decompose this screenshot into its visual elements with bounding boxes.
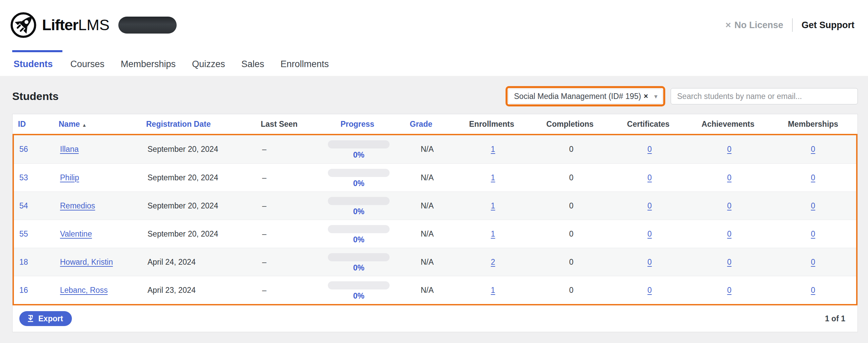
certificates-link[interactable]: 0 [648,258,652,266]
memberships-link[interactable]: 0 [811,286,815,295]
certificates-link[interactable]: 0 [648,145,652,154]
cell-id: 18 [14,258,55,267]
certificates-link[interactable]: 0 [648,286,652,295]
memberships-link[interactable]: 0 [811,201,815,210]
cell-completions: 0 [532,229,611,239]
enrollments-link[interactable]: 1 [491,145,495,154]
progress-percent: 0% [353,150,364,160]
column-header-progress[interactable]: Progress [320,120,395,129]
memberships-link[interactable]: 0 [811,229,815,238]
enrollments-link[interactable]: 1 [491,201,495,210]
achievements-link[interactable]: 0 [727,201,732,210]
pagination-status: 1 of 1 [825,314,845,323]
id-link[interactable]: 16 [19,286,28,295]
cell-memberships: 0 [770,258,856,267]
cell-certificates: 0 [611,145,689,154]
certificates-link[interactable]: 0 [648,201,652,210]
name-link[interactable]: Valentine [60,229,92,238]
student-row-16: 16Lebanc, RossApril 23, 2024–0%N/A10000 [14,276,856,304]
cell-enrollments: 1 [454,229,532,239]
cell-name: Philip [55,173,142,182]
id-link[interactable]: 54 [19,201,28,210]
cell-registration: September 20, 2024 [142,173,257,182]
table-header-row: IDName▲Registration DateLast SeenProgres… [13,114,857,134]
achievements-link[interactable]: 0 [727,229,732,238]
table-footer: Export 1 of 1 [13,305,857,332]
progress-percent: 0% [353,179,364,188]
id-link[interactable]: 53 [19,173,28,182]
course-filter-remove-icon[interactable]: × [644,92,648,101]
license-status: × No License [726,20,783,31]
certificates-link[interactable]: 0 [648,173,652,182]
cell-completions: 0 [532,201,611,210]
name-link[interactable]: Lebanc, Ross [60,286,108,295]
student-search-input[interactable] [671,88,858,104]
sort-ascending-icon: ▲ [82,122,87,128]
cell-grade: N/A [396,173,454,182]
nav-tab-memberships[interactable]: Memberships [113,50,184,76]
page-title: Students [12,90,59,103]
student-row-54: 54RemediosSeptember 20, 2024–0%N/A10000 [14,191,856,220]
cell-name: Lebanc, Ross [55,286,142,295]
brand: LifterLMS [9,11,177,39]
cell-memberships: 0 [770,145,856,154]
memberships-link[interactable]: 0 [811,145,815,154]
brand-wordmark-light: LMS [78,16,110,34]
nav-tab-enrollments[interactable]: Enrollments [272,50,337,76]
nav-tab-courses[interactable]: Courses [62,50,113,76]
nav-tab-quizzes[interactable]: Quizzes [184,50,233,76]
export-button[interactable]: Export [19,311,72,326]
column-header-last_seen: Last Seen [255,120,320,129]
enrollments-link[interactable]: 2 [491,258,495,266]
column-header-registration[interactable]: Registration Date [141,120,255,129]
cell-last_seen: – [257,229,321,239]
memberships-link[interactable]: 0 [811,173,815,182]
achievements-link[interactable]: 0 [727,145,732,154]
cell-progress: 0% [321,224,396,244]
cell-name: Howard, Kristin [55,258,142,267]
cell-enrollments: 1 [454,173,532,182]
achievements-link[interactable]: 0 [727,258,732,266]
name-link[interactable]: Remedios [60,201,95,210]
enrollments-link[interactable]: 1 [491,229,495,238]
export-button-label: Export [38,314,63,323]
name-link[interactable]: Philip [60,173,79,182]
cell-completions: 0 [532,145,611,154]
get-support-link[interactable]: Get Support [802,20,854,31]
column-header-enrollments: Enrollments [453,120,531,129]
column-header-name[interactable]: Name▲ [53,120,141,129]
certificates-link[interactable]: 0 [648,229,652,238]
nav-tab-students[interactable]: Students [12,50,62,76]
download-icon [26,314,35,323]
cell-enrollments: 1 [454,286,532,295]
id-link[interactable]: 56 [19,145,28,154]
column-header-grade[interactable]: Grade [395,120,453,129]
name-link[interactable]: Howard, Kristin [60,258,113,266]
cell-progress: 0% [321,280,396,301]
enrollments-link[interactable]: 1 [491,286,495,295]
chevron-down-icon: ▾ [654,93,657,100]
achievements-link[interactable]: 0 [727,173,732,182]
progress-percent: 0% [353,291,364,301]
column-header-completions: Completions [531,120,609,129]
memberships-link[interactable]: 0 [811,258,815,266]
column-header-id[interactable]: ID [13,120,53,129]
redacted-badge [118,17,177,34]
name-link[interactable]: Illana [60,145,79,154]
cell-last_seen: – [257,173,321,182]
progress-bar [328,197,390,205]
cell-certificates: 0 [611,229,689,239]
nav-tab-sales[interactable]: Sales [233,50,273,76]
id-link[interactable]: 18 [19,258,28,266]
cell-registration: September 20, 2024 [142,201,257,210]
achievements-link[interactable]: 0 [727,286,732,295]
cell-id: 54 [14,201,55,210]
course-filter-dropdown[interactable]: Social Media Management (ID# 195) × ▾ [508,89,663,104]
brand-wordmark-bold: Lifter [42,16,78,34]
cell-grade: N/A [396,229,454,239]
cell-progress: 0% [321,252,396,273]
cell-memberships: 0 [770,173,856,182]
id-link[interactable]: 55 [19,229,28,238]
cell-last_seen: – [257,286,321,295]
enrollments-link[interactable]: 1 [491,173,495,182]
